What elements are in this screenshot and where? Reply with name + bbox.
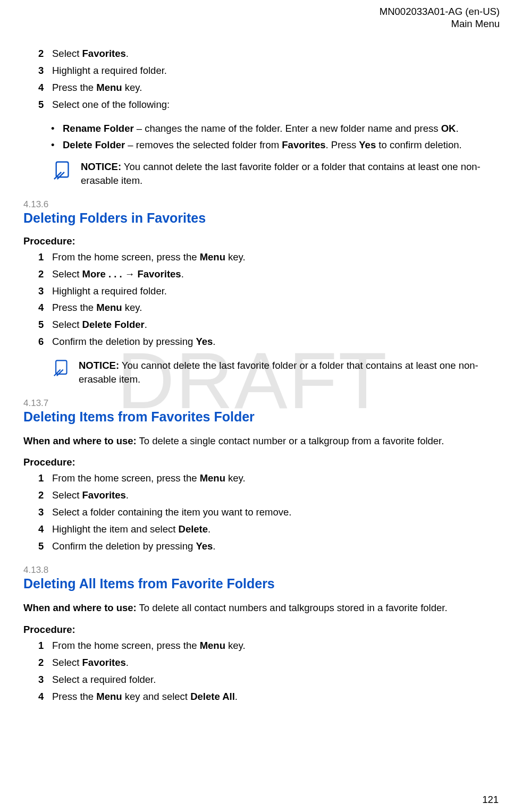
step-number: 4 [38, 522, 52, 537]
when-where: When and where to use: To delete a singl… [23, 434, 500, 449]
step-text: Press the Menu key. [52, 301, 500, 315]
step-number: 6 [38, 335, 52, 349]
step-item: 2Select Favorites. [38, 47, 500, 61]
step-number: 4 [38, 301, 52, 315]
step-number: 3 [38, 64, 52, 78]
step-text: Confirm the deletion by pressing Yes. [52, 335, 500, 349]
step-text: From the home screen, press the Menu key… [52, 471, 500, 486]
step-number: 3 [38, 505, 52, 520]
step-text: Select Favorites. [52, 656, 500, 670]
step-item: 6Confirm the deletion by pressing Yes. [38, 335, 500, 349]
step-number: 2 [38, 267, 52, 282]
notice-text: NOTICE: You cannot delete the last favor… [81, 160, 500, 188]
section: 4.13.8Deleting All Items from Favorite F… [23, 565, 500, 704]
step-text: Select More . . . → Favorites. [52, 267, 500, 282]
page-number: 121 [482, 794, 499, 806]
step-number: 3 [38, 284, 52, 299]
step-number: 4 [38, 81, 52, 95]
step-text: Select one of the following: [52, 98, 500, 112]
notice-icon [53, 359, 71, 380]
step-number: 5 [38, 539, 52, 554]
step-number: 1 [38, 250, 52, 265]
step-text: From the home screen, press the Menu key… [52, 250, 500, 265]
step-item: 5Select one of the following: [38, 98, 500, 112]
step-text: Highlight a required folder. [52, 284, 500, 299]
step-item: 1From the home screen, press the Menu ke… [38, 471, 500, 486]
section-title: Deleting Folders in Favorites [23, 210, 500, 226]
section-number: 4.13.8 [23, 565, 500, 576]
section-title: Deleting All Items from Favorite Folders [23, 576, 500, 591]
step-number: 2 [38, 656, 52, 670]
step-item: 1From the home screen, press the Menu ke… [38, 639, 500, 653]
step-item: 3Select a required folder. [38, 673, 500, 687]
step-text: From the home screen, press the Menu key… [52, 639, 500, 653]
step-text: Press the Menu key. [52, 81, 500, 95]
notice-text: NOTICE: You cannot delete the last favor… [79, 359, 500, 386]
step-text: Select Delete Folder. [52, 318, 500, 332]
step-text: Highlight a required folder. [52, 64, 500, 78]
step-item: 5Select Delete Folder. [38, 318, 500, 332]
bullet-item: Delete Folder – removes the selected fol… [51, 138, 500, 153]
step-number: 2 [38, 488, 52, 503]
step-list: 1From the home screen, press the Menu ke… [23, 471, 500, 553]
page-header: MN002033A01-AG (en-US) Main Menu [23, 5, 500, 30]
step-number: 1 [38, 639, 52, 653]
doc-id: MN002033A01-AG (en-US) [23, 5, 500, 18]
step-number: 4 [38, 690, 52, 704]
step-number: 5 [38, 318, 52, 332]
step-number: 1 [38, 471, 52, 486]
procedure-label: Procedure: [23, 624, 500, 636]
step-text: Select a required folder. [52, 673, 500, 687]
notice-block: NOTICE: You cannot delete the last favor… [23, 160, 500, 188]
section-name: Main Menu [23, 18, 500, 30]
procedure-label: Procedure: [23, 456, 500, 468]
intro-step-list: 2Select Favorites.3Highlight a required … [23, 47, 500, 112]
step-item: 3Highlight a required folder. [38, 64, 500, 78]
notice-icon [53, 160, 73, 184]
step-item: 3Highlight a required folder. [38, 284, 500, 299]
section-number: 4.13.6 [23, 199, 500, 210]
step-text: Select Favorites. [52, 47, 500, 61]
bullet-item: Rename Folder – changes the name of the … [51, 122, 500, 136]
step-text: Select Favorites. [52, 488, 500, 503]
step-item: 4Highlight the item and select Delete. [38, 522, 500, 537]
section-number: 4.13.7 [23, 398, 500, 409]
step-item: 4Press the Menu key and select Delete Al… [38, 690, 500, 704]
step-item: 5Confirm the deletion by pressing Yes. [38, 539, 500, 554]
step-item: 4Press the Menu key. [38, 301, 500, 315]
notice-block: NOTICE: You cannot delete the last favor… [23, 359, 500, 386]
step-text: Press the Menu key and select Delete All… [52, 690, 500, 704]
step-item: 2Select Favorites. [38, 656, 500, 670]
step-item: 1From the home screen, press the Menu ke… [38, 250, 500, 265]
when-where: When and where to use: To delete all con… [23, 601, 500, 615]
procedure-label: Procedure: [23, 235, 500, 247]
intro-bullet-list: Rename Folder – changes the name of the … [23, 122, 500, 153]
section: 4.13.7Deleting Items from Favorites Fold… [23, 398, 500, 554]
step-text: Highlight the item and select Delete. [52, 522, 500, 537]
step-list: 1From the home screen, press the Menu ke… [23, 250, 500, 349]
step-text: Select a folder containing the item you … [52, 505, 500, 520]
section-title: Deleting Items from Favorites Folder [23, 409, 500, 425]
step-number: 3 [38, 673, 52, 687]
step-item: 4Press the Menu key. [38, 81, 500, 95]
step-text: Confirm the deletion by pressing Yes. [52, 539, 500, 554]
step-list: 1From the home screen, press the Menu ke… [23, 639, 500, 704]
step-number: 5 [38, 98, 52, 112]
step-item: 2Select More . . . → Favorites. [38, 267, 500, 282]
step-item: 3Select a folder containing the item you… [38, 505, 500, 520]
step-item: 2Select Favorites. [38, 488, 500, 503]
step-number: 2 [38, 47, 52, 61]
section: 4.13.6Deleting Folders in FavoritesProce… [23, 199, 500, 386]
